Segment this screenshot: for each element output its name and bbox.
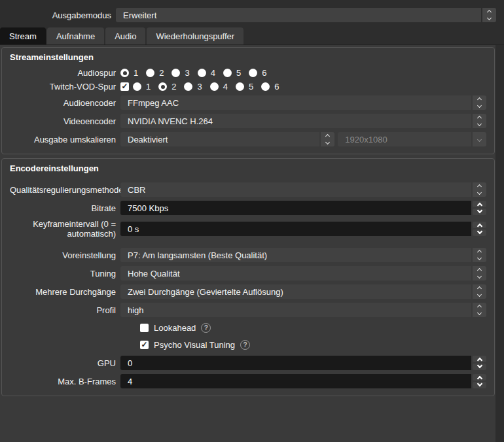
- radio-audio-track-5[interactable]: 5: [223, 68, 241, 78]
- chevron-up-icon: [487, 10, 492, 14]
- audio-encoder-label: Audioencoder: [10, 98, 116, 108]
- video-encoder-label: Videoencoder: [10, 116, 116, 126]
- video-encoder-select[interactable]: NVIDIA NVENC H.264: [120, 114, 486, 128]
- chevron-down-icon: [477, 311, 482, 315]
- multipass-select[interactable]: Zwei Durchgänge (Geviertelte Auflösung): [120, 284, 486, 299]
- radio-vod-track-5[interactable]: 5: [236, 82, 253, 92]
- audio-track-label: Audiospur: [10, 68, 116, 78]
- keyframe-interval-label: Keyframeintervall (0 = automatisch): [10, 219, 116, 239]
- tab-audio[interactable]: Audio: [105, 27, 145, 44]
- bitrate-value: 7500 Kbps: [128, 203, 168, 213]
- radio-vod-track-3[interactable]: 3: [184, 82, 202, 92]
- tuning-label: Tuning: [10, 269, 116, 279]
- audio-encoder-select[interactable]: FFmpeg AAC: [120, 95, 486, 110]
- video-encoder-row: Videoencoder NVIDIA NVENC H.264: [10, 114, 486, 128]
- lookahead-row: Lookahead ?: [140, 322, 486, 333]
- vod-track-radios: 1 2 3 4 5 6: [133, 82, 287, 92]
- radio-audio-track-4[interactable]: 4: [198, 68, 215, 78]
- output-settings-pane: Streameinstellungen Audiospur 1 2 3 4 5 …: [0, 44, 504, 442]
- radio-audio-track-3[interactable]: 3: [171, 68, 189, 78]
- rate-control-row: Qualitätsregulierungsmethode CBR: [10, 182, 486, 197]
- chevron-down-icon: [477, 256, 482, 260]
- rescale-resolution-select: 1920x1080: [338, 132, 486, 146]
- radio-audio-track-6[interactable]: 6: [249, 68, 266, 78]
- max-bframes-label: Max. B-Frames: [10, 377, 116, 386]
- radio-audio-track-2[interactable]: 2: [146, 68, 164, 78]
- psycho-visual-tuning-checkbox[interactable]: [140, 341, 149, 349]
- radio-icon: [146, 69, 154, 77]
- tab-recording[interactable]: Aufnahme: [47, 27, 104, 44]
- stream-settings-group: Streameinstellungen Audiospur 1 2 3 4 5 …: [1, 47, 495, 154]
- tab-replay-buffer[interactable]: Wiederholungspuffer: [147, 27, 243, 44]
- tuning-select[interactable]: Hohe Qualität: [120, 266, 486, 280]
- group-title: Encodereinstellungen: [10, 163, 486, 173]
- output-mode-select[interactable]: Erweitert: [116, 8, 496, 22]
- rate-control-value: CBR: [128, 185, 145, 195]
- profile-label: Profil: [10, 305, 116, 315]
- lookahead-checkbox[interactable]: [140, 324, 149, 332]
- gpu-value: 0: [128, 358, 132, 368]
- radio-icon: [120, 69, 129, 77]
- vod-track-checkbox[interactable]: [120, 82, 129, 91]
- max-bframes-value: 4: [128, 377, 132, 386]
- increment-button[interactable]: [473, 201, 486, 207]
- combo-spinner[interactable]: [473, 303, 486, 317]
- decrement-button[interactable]: [473, 230, 486, 236]
- output-mode-spinner[interactable]: [482, 8, 496, 22]
- combo-spinner[interactable]: [473, 182, 486, 197]
- combo-spinner[interactable]: [473, 284, 486, 299]
- chevron-down-icon: [477, 362, 482, 367]
- multipass-value: Zwei Durchgänge (Geviertelte Auflösung): [128, 287, 283, 297]
- audio-track-row: Audiospur 1 2 3 4 5 6: [10, 68, 486, 78]
- increment-button[interactable]: [473, 356, 486, 362]
- combo-spinner[interactable]: [473, 266, 486, 280]
- encoder-settings-group: Encodereinstellungen Qualitätsregulierun…: [1, 158, 495, 396]
- radio-vod-track-2[interactable]: 2: [158, 82, 176, 92]
- bitrate-input[interactable]: 7500 Kbps: [120, 201, 486, 215]
- radio-audio-track-1[interactable]: 1: [120, 68, 138, 78]
- gpu-input[interactable]: 0: [120, 356, 486, 370]
- psycho-visual-tuning-row: Psycho Visual Tuning ?: [140, 339, 486, 350]
- chevron-down-icon: [477, 292, 482, 297]
- scroll-gutter[interactable]: [495, 45, 504, 442]
- video-encoder-value: NVIDIA NVENC H.264: [128, 116, 213, 126]
- rescale-select[interactable]: Deaktiviert: [120, 132, 334, 146]
- radio-icon: [171, 69, 180, 77]
- radio-icon: [223, 69, 232, 77]
- radio-vod-track-1[interactable]: 1: [133, 82, 151, 92]
- combo-spinner[interactable]: [473, 114, 486, 128]
- tuning-row: Tuning Hohe Qualität: [10, 266, 486, 280]
- rescale-row: Ausgabe umskalieren Deaktiviert 1920x108…: [10, 132, 486, 146]
- help-icon[interactable]: ?: [240, 340, 250, 350]
- decrement-button[interactable]: [473, 382, 486, 388]
- combo-spinner[interactable]: [473, 248, 486, 262]
- output-tabbar: Stream Aufnahme Audio Wiederholungspuffe…: [0, 27, 504, 44]
- profile-row: Profil high: [10, 303, 486, 317]
- chevron-up-icon: [477, 97, 482, 102]
- profile-select[interactable]: high: [120, 303, 486, 317]
- rate-control-select[interactable]: CBR: [120, 182, 486, 197]
- preset-label: Voreinstellung: [10, 250, 116, 260]
- decrement-button[interactable]: [473, 209, 486, 215]
- chevron-up-icon: [477, 116, 482, 120]
- increment-button[interactable]: [473, 222, 486, 228]
- preset-select[interactable]: P7: Am langsamsten (Beste Qualität): [120, 248, 486, 262]
- max-bframes-input[interactable]: 4: [120, 374, 486, 388]
- radio-icon: [249, 69, 257, 77]
- multipass-label: Mehrere Durchgänge: [10, 287, 116, 297]
- combo-spinner[interactable]: [473, 95, 486, 110]
- tab-stream[interactable]: Stream: [0, 27, 46, 44]
- chevron-down-icon: [477, 381, 482, 386]
- increment-button[interactable]: [473, 374, 486, 381]
- combo-spinner[interactable]: [321, 132, 334, 146]
- combo-dropdown-arrow: [473, 132, 486, 146]
- preset-row: Voreinstellung P7: Am langsamsten (Beste…: [10, 248, 486, 262]
- chevron-up-icon: [477, 268, 482, 273]
- keyframe-interval-input[interactable]: 0 s: [120, 222, 486, 236]
- radio-vod-track-6[interactable]: 6: [261, 82, 279, 92]
- radio-vod-track-4[interactable]: 4: [210, 82, 228, 92]
- chevron-up-icon: [477, 286, 482, 291]
- psycho-visual-tuning-label: Psycho Visual Tuning: [154, 340, 235, 350]
- decrement-button[interactable]: [473, 364, 486, 370]
- help-icon[interactable]: ?: [201, 323, 211, 333]
